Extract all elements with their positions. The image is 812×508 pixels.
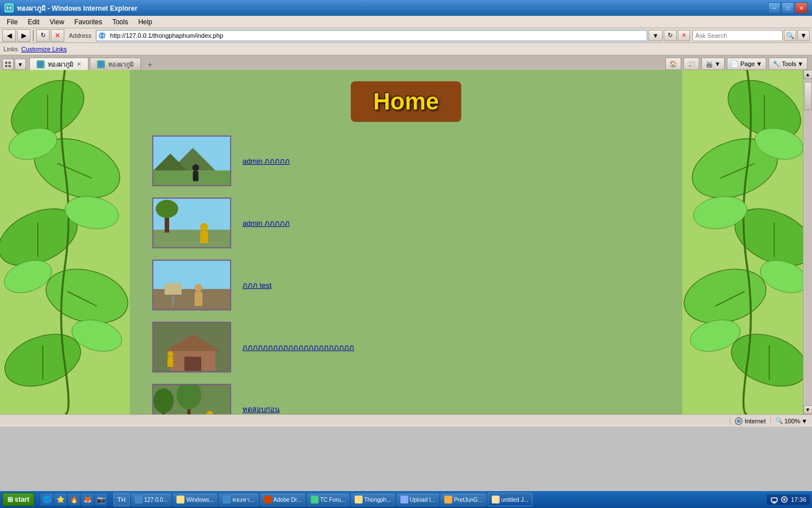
leaf-right-decoration xyxy=(682,70,812,414)
post-image-2 xyxy=(152,198,231,248)
quick-launch-3[interactable]: 🔥 xyxy=(68,493,80,506)
post-link-1[interactable]: admin ภภภภภ xyxy=(242,155,290,167)
svg-rect-8 xyxy=(5,65,7,67)
quick-launch-5[interactable]: 📷 xyxy=(95,493,107,506)
svg-point-53 xyxy=(153,388,174,413)
tab-1[interactable]: ทองผาภูมิ ✕ xyxy=(29,58,89,70)
post-link-4[interactable]: ภภภภภภภภภภภภภภภภภภภภภภ xyxy=(242,341,354,353)
post-image-3 xyxy=(152,260,231,310)
tab-1-label: ทองผาภูมิ xyxy=(48,59,73,69)
menu-view[interactable]: View xyxy=(45,17,69,27)
quick-launch-4[interactable]: 🦊 xyxy=(81,493,94,506)
customize-links[interactable]: Customize Links xyxy=(21,46,67,52)
post-item-1: admin ภภภภภ xyxy=(152,135,660,186)
taskbar-btn-2[interactable]: Windows... xyxy=(173,493,218,506)
taskbar-btn-1[interactable]: 127.0.0... xyxy=(131,493,172,506)
post-item-5: ทดสอบก่อน xyxy=(152,384,660,414)
tab-list-button[interactable] xyxy=(2,59,14,70)
scroll-track[interactable] xyxy=(804,79,812,405)
menu-file[interactable]: File xyxy=(2,17,22,27)
menu-favorites[interactable]: Favorites xyxy=(70,17,107,27)
system-tray: 17:36 xyxy=(767,494,810,505)
zoom-control[interactable]: 🔍 100% ▼ xyxy=(770,417,807,424)
post-image-1 xyxy=(152,135,231,186)
tray-icon-1 xyxy=(770,496,778,503)
taskbar-btn-7[interactable]: Upload I... xyxy=(396,493,440,506)
svg-rect-6 xyxy=(5,62,7,64)
statusbar: Internet 🔍 100% ▼ xyxy=(0,414,812,427)
titlebar-left: ทองผาภูมิ - Windows Internet Explorer xyxy=(5,3,138,14)
page-button[interactable]: 📄 Page ▼ xyxy=(727,58,766,70)
post-link-2[interactable]: admin ภภภภภ xyxy=(242,217,290,229)
address-stop-button[interactable]: ✕ xyxy=(678,30,690,41)
page-main-content: Home xyxy=(130,70,682,414)
tab-2-icon xyxy=(97,60,105,68)
menu-tools[interactable]: Tools xyxy=(108,17,133,27)
start-icon: ⊞ xyxy=(7,496,13,503)
quick-launch-1[interactable]: 🌐 xyxy=(41,493,53,506)
titlebar: ทองผาภูมิ - Windows Internet Explorer ─ … xyxy=(0,0,812,16)
browser-content: Home xyxy=(0,70,812,414)
tray-icon-2 xyxy=(780,496,788,503)
svg-rect-44 xyxy=(172,295,174,306)
taskbar-btn-4[interactable]: Adobe Dr... xyxy=(260,493,306,506)
scroll-thumb[interactable] xyxy=(804,82,812,110)
svg-rect-38 xyxy=(200,231,208,243)
taskbar-btn-9[interactable]: untitled J... xyxy=(488,493,532,506)
svg-rect-77 xyxy=(771,498,777,502)
stop-button[interactable]: ✕ xyxy=(51,29,64,42)
feeds-button[interactable]: 📰 xyxy=(683,58,699,70)
tab-dropdown[interactable]: ▼ xyxy=(15,59,26,70)
zoom-value: 100% xyxy=(784,418,800,424)
leaf-left-decoration xyxy=(0,70,130,414)
refresh-button[interactable]: ↻ xyxy=(36,29,50,42)
address-input[interactable] xyxy=(108,30,647,41)
start-button[interactable]: ⊞ start xyxy=(2,493,34,506)
scroll-up-button[interactable]: ▲ xyxy=(804,70,813,79)
new-tab-button[interactable]: + xyxy=(144,59,156,70)
post-link-3[interactable]: ภภภ test xyxy=(242,279,272,291)
address-go-button[interactable]: ↻ xyxy=(664,30,677,41)
scrollbar[interactable]: ▲ ▼ xyxy=(803,70,812,414)
minimize-button[interactable]: ─ xyxy=(768,2,780,14)
language-indicator[interactable]: TH xyxy=(113,493,130,506)
titlebar-title: ทองผาภูมิ - Windows Internet Explorer xyxy=(17,3,138,14)
tools-button[interactable]: 🔧 Tools ▼ xyxy=(769,58,807,70)
forward-button[interactable]: ▶ xyxy=(17,29,30,42)
zone-text: Internet xyxy=(745,418,766,424)
svg-point-11 xyxy=(98,62,104,67)
quick-launch-2[interactable]: ⭐ xyxy=(54,493,67,506)
svg-rect-32 xyxy=(193,171,198,181)
home-title-banner: Home xyxy=(351,81,462,122)
start-label: start xyxy=(15,496,29,503)
tab-right-controls: 🏠 📰 🖨️ ▼ 📄 Page ▼ 🔧 Tools ▼ xyxy=(665,58,810,70)
svg-point-10 xyxy=(38,62,43,67)
taskbar-btn-8[interactable]: PretJunG... xyxy=(440,493,487,506)
internet-zone: Internet xyxy=(730,417,766,425)
tab-controls: ▼ xyxy=(2,59,26,70)
post-image-5 xyxy=(152,384,231,414)
search-button[interactable]: 🔍 xyxy=(784,30,796,41)
search-input[interactable] xyxy=(692,30,783,41)
home-title-area: Home xyxy=(152,81,660,122)
menu-edit[interactable]: Edit xyxy=(23,17,44,27)
address-dropdown[interactable]: ▼ xyxy=(648,30,663,41)
scroll-down-button[interactable]: ▼ xyxy=(804,405,813,414)
print-button[interactable]: 🖨️ ▼ xyxy=(701,58,725,70)
maximize-button[interactable]: □ xyxy=(782,2,794,14)
tab-1-close[interactable]: ✕ xyxy=(77,61,81,67)
taskbar-btn-3[interactable]: ทองหา... xyxy=(219,493,258,506)
close-button[interactable]: ✕ xyxy=(795,2,807,14)
taskbar-btn-5[interactable]: TC Foru... xyxy=(307,493,350,506)
home-button[interactable]: 🏠 xyxy=(665,58,681,70)
back-button[interactable]: ◀ xyxy=(2,29,16,42)
taskbar: ⊞ start 🌐 ⭐ 🔥 🦊 📷 TH 127.0.0... Windows.… xyxy=(0,491,812,508)
titlebar-controls: ─ □ ✕ xyxy=(768,2,807,14)
menu-help[interactable]: Help xyxy=(134,17,157,27)
svg-point-31 xyxy=(192,164,199,171)
post-link-5[interactable]: ทดสอบก่อน xyxy=(242,404,280,415)
linksbar: Links Customize Links xyxy=(0,43,812,55)
tab-2[interactable]: ทองผาภูมิ xyxy=(90,58,141,70)
taskbar-btn-6[interactable]: Thongph... xyxy=(351,493,395,506)
search-dropdown[interactable]: ▼ xyxy=(797,30,810,41)
